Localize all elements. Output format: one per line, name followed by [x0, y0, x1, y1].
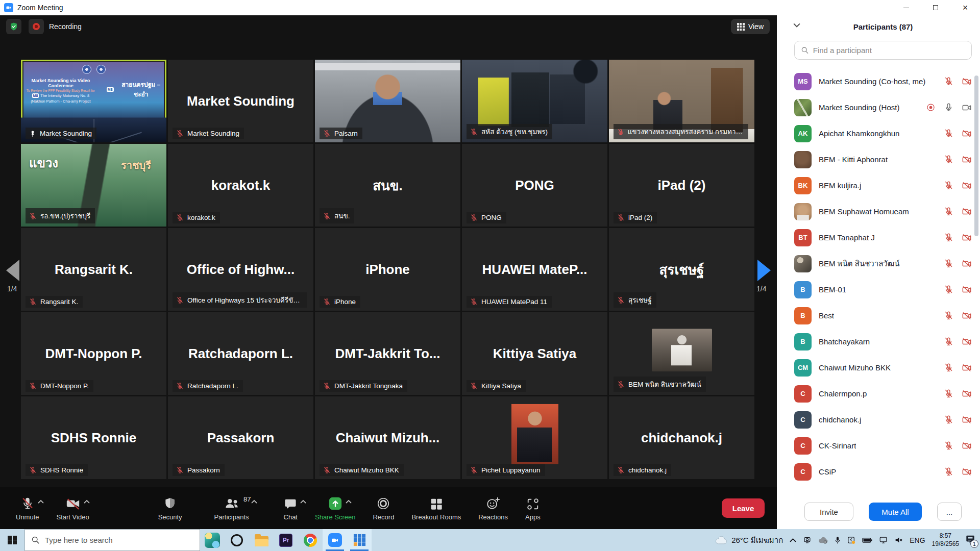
taskbar-search-box[interactable]: Type here to search: [24, 529, 200, 551]
video-tile-24[interactable]: Pichet Luppayanun: [462, 396, 607, 479]
battery-icon[interactable]: [862, 537, 872, 543]
share-screen-button[interactable]: Share Screen: [315, 495, 356, 521]
taskbar-file-explorer[interactable]: [249, 529, 274, 551]
participant-row-4[interactable]: BEM - Kitti Aphonrat: [786, 146, 980, 172]
participant-search-input[interactable]: [813, 46, 965, 55]
video-tile-14[interactable]: HUAWEI MateP... HUAWEI MatePad 11: [462, 228, 607, 311]
taskbar-app-circle[interactable]: [225, 529, 249, 551]
view-button[interactable]: View: [731, 19, 770, 34]
next-page-arrow[interactable]: [757, 260, 771, 281]
chevron-up-icon[interactable]: [84, 499, 90, 504]
mute-all-button[interactable]: Mute All: [869, 503, 922, 521]
onedrive-icon[interactable]: [818, 537, 828, 544]
video-tile-11[interactable]: Rangsarit K. Rangsarit K.: [21, 228, 166, 311]
participant-row-16[interactable]: C CSiP: [786, 459, 980, 485]
participant-row-12[interactable]: CM Chaiwut Mizuho BKK: [786, 355, 980, 381]
video-tile-1[interactable]: Market Sounding via Video Conference To …: [21, 60, 166, 142]
taskbar-premiere[interactable]: Pr: [274, 529, 298, 551]
avatar: [794, 203, 812, 220]
hidden-icons-chevron[interactable]: [790, 538, 796, 542]
video-tile-23[interactable]: Chaiwut Mizuh... Chaiwut Mizuho BKK: [315, 396, 460, 479]
encryption-shield-icon[interactable]: [6, 19, 21, 34]
leave-button[interactable]: Leave: [722, 498, 765, 518]
invite-button[interactable]: Invite: [804, 503, 853, 521]
more-options-button[interactable]: ...: [937, 503, 962, 521]
participant-row-5[interactable]: BK BEM kuljira.j: [786, 172, 980, 198]
tray-mic-icon[interactable]: [835, 536, 841, 544]
video-tile-15[interactable]: สุรเชษฐ์ สุรเชษฐ์: [609, 228, 754, 311]
speaker-muted-icon[interactable]: [894, 536, 903, 544]
participants-scrollbar[interactable]: [974, 76, 978, 236]
video-tile-10[interactable]: iPad (2) iPad (2): [609, 144, 754, 227]
unmute-button[interactable]: Unmute: [16, 495, 39, 521]
recording-indicator-icon[interactable]: [29, 19, 44, 34]
video-tile-12[interactable]: Office of Highw... Office of Highways 15…: [168, 228, 313, 311]
taskbar-app-shield[interactable]: [200, 529, 225, 551]
previous-page-arrow[interactable]: [6, 260, 19, 281]
video-tile-9[interactable]: PONG PONG: [462, 144, 607, 227]
video-tile-5[interactable]: แขวงทางหลวงสมุทรสงคราม กรมทางหลวง: [609, 60, 754, 142]
chevron-up-icon[interactable]: [38, 499, 44, 504]
participant-row-14[interactable]: C chidchanok.j: [786, 407, 980, 433]
video-tile-20[interactable]: BEM พนิต สินชวาลวัฒน์: [609, 312, 754, 395]
breakout-rooms-button[interactable]: Breakout Rooms: [411, 495, 461, 521]
participant-row-1[interactable]: MS Market Sounding (Co-host, me): [786, 68, 980, 94]
video-tile-3[interactable]: Paisarn: [315, 60, 460, 142]
reactions-button[interactable]: Reactions: [478, 495, 508, 521]
participant-row-13[interactable]: C Chalermpon.p: [786, 381, 980, 407]
video-tile-21[interactable]: SDHS Ronnie SDHS Ronnie: [21, 396, 166, 479]
camera-off-icon: [962, 77, 972, 87]
video-tile-13[interactable]: iPhone iPhone: [315, 228, 460, 311]
chevron-up-icon[interactable]: [346, 499, 352, 504]
record-button[interactable]: Record: [373, 495, 394, 521]
tray-camera-icon[interactable]: [803, 536, 812, 544]
participant-row-3[interactable]: AK Apichat Khamkongkhun: [786, 120, 980, 146]
video-tile-17[interactable]: Ratchadaporn L. Ratchadaporn L.: [168, 312, 313, 395]
participant-row-2[interactable]: Market Sounding (Host): [786, 94, 980, 120]
weather-widget[interactable]: 26°C มีเมฆมาก: [715, 534, 783, 546]
taskbar-clock[interactable]: 8:57 19/8/2565: [932, 532, 959, 548]
apps-button[interactable]: Apps: [525, 495, 541, 521]
participants-button[interactable]: 87 Participants: [214, 495, 249, 521]
taskbar-chrome[interactable]: [298, 529, 323, 551]
video-tile-8[interactable]: สนข. สนข.: [315, 144, 460, 227]
participant-row-11[interactable]: B Bhatchayakarn: [786, 329, 980, 355]
tile-label-text: Ratchadaporn L.: [187, 382, 238, 390]
taskbar-tiles-app[interactable]: [347, 529, 372, 551]
participant-row-6[interactable]: BEM Suphawat Homueam: [786, 198, 980, 224]
video-tile-18[interactable]: DMT-Jakkrit To... DMT-Jakkrit Tongnaka: [315, 312, 460, 395]
start-video-button[interactable]: Start Video: [57, 495, 89, 521]
language-indicator[interactable]: ENG: [910, 536, 925, 544]
taskbar-zoom[interactable]: [323, 529, 347, 551]
minimize-button[interactable]: [891, 0, 921, 15]
video-tile-6[interactable]: แขวงราชบุรี รอ.ขท.(ป)ราชบุรี: [21, 144, 166, 227]
video-tile-19[interactable]: Kittiya Satiya Kittiya Satiya: [462, 312, 607, 395]
chevron-up-icon[interactable]: [251, 499, 257, 504]
maximize-button[interactable]: [921, 0, 950, 15]
chevron-up-icon[interactable]: [300, 499, 306, 504]
collapse-panel-chevron-icon[interactable]: [793, 23, 800, 28]
action-center-button[interactable]: 1: [966, 535, 975, 545]
tile-label-text: Paisarn: [334, 130, 358, 137]
video-tile-25[interactable]: chidchanok.j chidchanok.j: [609, 396, 754, 479]
participant-row-9[interactable]: B BEM-01: [786, 277, 980, 303]
participant-row-10[interactable]: B Best: [786, 303, 980, 329]
security-button[interactable]: Security: [158, 495, 182, 521]
tile-label-text: DMT-Jakkrit Tongnaka: [334, 382, 403, 390]
participant-row-7[interactable]: BT BEM Tanaphat J: [786, 224, 980, 251]
tray-app-window-icon[interactable]: [847, 536, 855, 544]
video-tile-7[interactable]: korakot.k korakot.k: [168, 144, 313, 227]
chat-button[interactable]: Chat: [284, 495, 298, 521]
video-tile-22[interactable]: Passakorn Passakorn: [168, 396, 313, 479]
video-tile-2[interactable]: Market Sounding Market Sounding: [168, 60, 313, 142]
start-button[interactable]: [0, 529, 24, 551]
mic-muted-icon: [323, 382, 331, 390]
participant-row-8[interactable]: BEM พนิต สินชวาลวัฒน์: [786, 251, 980, 277]
close-button[interactable]: ×: [950, 0, 980, 15]
video-tile-4[interactable]: สหัส ด้วงชู (ขท.ชุมพร): [462, 60, 607, 142]
pin-icon: [29, 130, 36, 137]
participant-row-15[interactable]: C CK-Sirinart: [786, 433, 980, 459]
participant-search-box[interactable]: [794, 41, 972, 60]
display-icon[interactable]: [879, 536, 888, 544]
video-tile-16[interactable]: DMT-Noppon P. DMT-Noppon P.: [21, 312, 166, 395]
